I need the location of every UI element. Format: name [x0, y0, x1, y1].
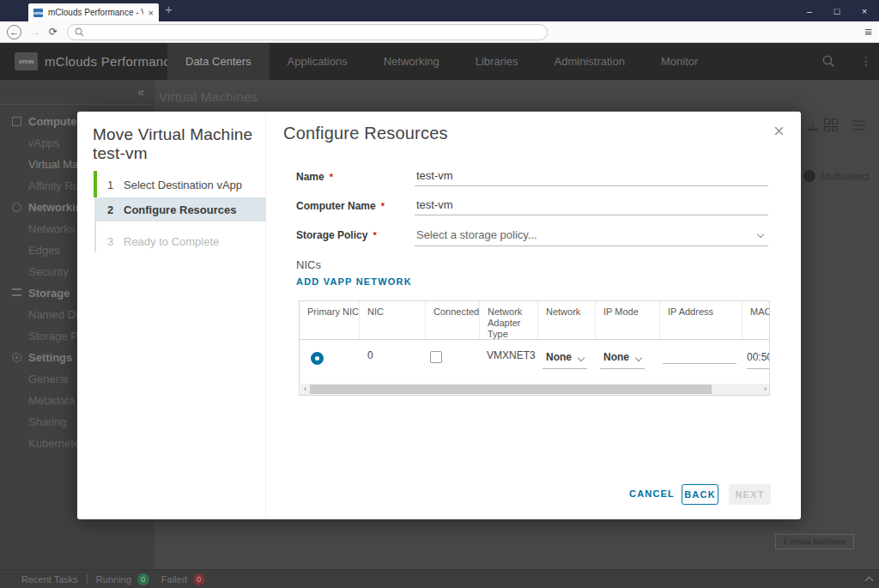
window-maximize-button[interactable]: □ [825, 3, 849, 19]
next-button[interactable]: NEXT [729, 484, 771, 505]
multiselect-label: Multiselect [821, 171, 870, 183]
nav-item-networking[interactable]: Networking [366, 43, 458, 80]
horizontal-scrollbar[interactable]: ‹ › [300, 384, 770, 395]
download-icon[interactable]: ↓ [808, 119, 818, 130]
top-nav: Data Centers Applications Networking Lib… [167, 43, 716, 80]
failed-count-badge: 0 [193, 573, 205, 585]
primary-nic-radio[interactable] [311, 352, 324, 365]
required-asterisk: * [330, 172, 333, 182]
col-nic: NIC [359, 301, 425, 339]
back-button[interactable]: ← [7, 25, 21, 39]
failed-label[interactable]: Failed [161, 574, 187, 585]
chevron-down-icon [757, 231, 764, 238]
wizard-steps-pane: Move Virtual Machine test-vm 1 Select De… [77, 112, 266, 519]
cancel-button[interactable]: CANCEL [629, 488, 675, 499]
connected-checkbox[interactable] [430, 351, 442, 363]
window-minimize-button[interactable]: – [797, 3, 821, 19]
list-view-icon[interactable] [852, 120, 865, 133]
col-primary-nic: Primary NIC [300, 301, 359, 339]
scroll-left-icon[interactable]: ‹ [300, 384, 310, 395]
nav-item-monitor[interactable]: Monitor [643, 43, 716, 80]
dialog-close-icon[interactable]: × [773, 122, 785, 141]
vmw-logo: vmw [15, 52, 38, 70]
vmw-favicon-icon: vmw [33, 9, 43, 17]
storage-policy-select[interactable]: Select a storage policy... [415, 228, 768, 246]
app-header: vmw mClouds Performance Data Centers App… [0, 43, 879, 80]
nic-table-row: 0 VMXNET3 None None 00:50 [300, 341, 770, 383]
url-bar[interactable] [67, 24, 548, 40]
reload-button[interactable]: ⟳ [49, 26, 58, 38]
panel-heading: Configure Resources [283, 124, 448, 143]
required-asterisk: * [381, 201, 385, 211]
card-view-icon[interactable] [824, 118, 839, 131]
browser-tab[interactable]: vmw mClouds Performance - Virtual × [28, 3, 159, 21]
computer-name-label: Computer Name* [296, 200, 385, 212]
window-close-button[interactable]: × [852, 3, 876, 19]
add-vapp-network-button[interactable]: ADD VAPP NETWORK [296, 276, 412, 287]
running-label[interactable]: Running [96, 574, 131, 585]
scroll-right-icon[interactable]: › [761, 384, 770, 395]
nic-index-value: 0 [367, 349, 373, 361]
url-input[interactable] [88, 27, 540, 37]
tab-close-icon[interactable]: × [149, 8, 154, 18]
multiselect-toggle[interactable] [803, 170, 815, 182]
nav-item-applications[interactable]: Applications [270, 43, 366, 80]
nics-section-label: NICs [296, 258, 321, 271]
sidebar-collapse-icon[interactable]: « [137, 85, 144, 99]
expand-tasks-chevron-icon[interactable] [865, 577, 874, 585]
nic-table-header: Primary NIC NIC Connected Network Adapte… [300, 301, 770, 340]
settings-gear-icon [12, 353, 21, 362]
step-ready-to-complete: 3 Ready to Complete [94, 229, 266, 253]
chevron-down-icon [578, 355, 585, 361]
app-search-icon[interactable] [822, 55, 835, 68]
nic-table: Primary NIC NIC Connected Network Adapte… [299, 300, 770, 396]
required-asterisk: * [373, 230, 376, 240]
nav-item-libraries[interactable]: Libraries [458, 43, 536, 80]
dialog-title: Move Virtual Machine test-vm [93, 125, 252, 163]
networking-icon [12, 203, 21, 212]
compute-icon [12, 117, 21, 126]
nav-item-data-centers[interactable]: Data Centers [167, 43, 270, 80]
ip-address-field[interactable] [663, 351, 737, 364]
search-icon [75, 27, 84, 37]
browser-titlebar: vmw mClouds Performance - Virtual × + – … [0, 0, 879, 21]
page-title: Virtual Machines [159, 89, 258, 104]
name-field[interactable] [415, 169, 768, 186]
computer-name-field[interactable] [415, 198, 768, 215]
col-mac-address: MAC Address [742, 301, 770, 339]
col-ip-mode: IP Mode [595, 301, 659, 339]
app-more-icon[interactable]: ⋮ [860, 43, 872, 80]
status-bar: Recent Tasks Running 0 Failed 0 [0, 569, 879, 588]
ip-mode-select[interactable]: None [600, 351, 645, 369]
scrollbar-thumb[interactable] [310, 385, 712, 394]
statusbar-divider [87, 574, 88, 585]
sidebar-divider [0, 104, 155, 105]
new-tab-button[interactable]: + [165, 2, 173, 16]
tab-title: mClouds Performance - Virtual [48, 8, 143, 17]
step-configure-resources[interactable]: 2 Configure Resources [94, 197, 266, 221]
step-select-destination-vapp[interactable]: 1 Select Destination vApp [94, 173, 266, 197]
nav-item-administration[interactable]: Administration [536, 43, 643, 80]
storage-policy-label: Storage Policy* [296, 229, 377, 241]
mac-address-value: 00:50 [747, 351, 770, 369]
adapter-type-value: VMXNET3 [487, 349, 536, 361]
product-name: mClouds Performance [45, 43, 178, 80]
name-label: Name* [296, 171, 333, 183]
browser-addressbar: ← → ⟳ ≡ [0, 21, 879, 43]
running-count-badge: 0 [137, 573, 149, 585]
storage-icon [12, 288, 21, 296]
col-connected: Connected [425, 301, 479, 339]
network-select[interactable]: None [543, 351, 587, 369]
col-network: Network [537, 301, 595, 339]
col-ip-address: IP Address [659, 301, 742, 339]
col-network-adapter-type: Network Adapter Type [479, 301, 537, 339]
chevron-down-icon [635, 355, 642, 361]
vm-count-badge: 1 Virtual Machines [775, 534, 854, 549]
forward-button[interactable]: → [30, 26, 40, 38]
recent-tasks-toggle[interactable]: Recent Tasks [21, 574, 78, 585]
back-button-dialog[interactable]: BACK [682, 484, 718, 505]
browser-menu-icon[interactable]: ≡ [864, 24, 872, 39]
